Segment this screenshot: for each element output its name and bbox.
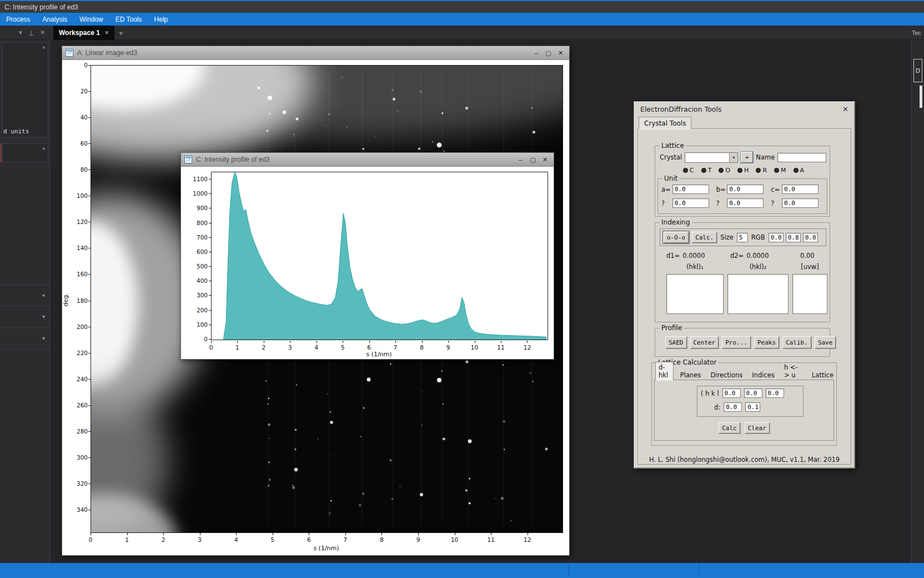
- y-tick-label: 140: [67, 245, 88, 251]
- y-tick-label: 100: [67, 192, 88, 199]
- clear-button[interactable]: Clear: [745, 422, 770, 434]
- close-button[interactable]: ✕: [555, 48, 566, 58]
- right-scrollbar[interactable]: [920, 86, 922, 108]
- radio-m[interactable]: M: [774, 167, 786, 174]
- menu-process[interactable]: Process: [0, 13, 36, 26]
- x-tick-mark: [418, 533, 419, 535]
- radio-icon: [683, 168, 688, 173]
- hkl-inputs: [722, 388, 784, 398]
- radio-r[interactable]: R: [756, 167, 767, 174]
- calc-tab-dhkl[interactable]: d-hkl: [655, 362, 674, 381]
- crystal-select[interactable]: ▾: [685, 152, 738, 163]
- sidebar-collapsed-row[interactable]: ▾: [0, 306, 49, 328]
- y-tick-label: 220: [67, 350, 88, 356]
- y-tick-mark: [209, 223, 211, 223]
- crystal-tools-page: Lattice Crystal ▾ + Name CTOHRMA Unit: [637, 128, 851, 465]
- calc-tab-indices[interactable]: Indices: [749, 370, 777, 380]
- hkl-input-1[interactable]: [744, 388, 762, 398]
- radio-h[interactable]: H: [737, 167, 749, 174]
- unit-field-input[interactable]: [672, 185, 709, 194]
- unit-field-input[interactable]: [782, 198, 818, 208]
- x-tick-label: 7: [387, 344, 404, 351]
- right-panel-tab-tec[interactable]: Tec: [912, 26, 924, 40]
- intensity-chart[interactable]: [211, 172, 548, 340]
- profile-center-button[interactable]: Center: [690, 336, 719, 348]
- d1-label: d1=: [666, 252, 680, 260]
- new-tab-button[interactable]: +: [116, 26, 127, 40]
- hkl-input-2[interactable]: [766, 388, 784, 398]
- minimize-button[interactable]: –: [515, 155, 526, 165]
- unit-field-label: ?: [661, 200, 672, 207]
- radio-a[interactable]: A: [794, 167, 805, 174]
- menu-window[interactable]: Window: [73, 13, 109, 26]
- x-tick-mark: [200, 533, 200, 535]
- right-panel-tab-d[interactable]: D: [913, 59, 922, 82]
- y-tick-mark: [88, 379, 91, 380]
- hkl1-list[interactable]: [666, 274, 724, 314]
- sidebar-panel-top[interactable]: ▴ d units: [2, 42, 48, 138]
- dropdown-icon[interactable]: ▾: [729, 153, 737, 162]
- sidebar-panel-second[interactable]: ▴: [2, 143, 48, 162]
- pin-icon[interactable]: ⊣: [27, 29, 35, 35]
- profile-peaks-button[interactable]: Peaks: [754, 336, 779, 348]
- window-c-titlebar[interactable]: C: Intensity profile of ed3 – ▢ ✕: [181, 153, 554, 167]
- x-tick-mark: [448, 341, 449, 343]
- app-titlebar[interactable]: C: Intensity profile of ed3: [0, 0, 924, 13]
- unit-field-input[interactable]: [727, 198, 764, 208]
- hkl-label: ( h k l: [701, 390, 719, 397]
- sidebar-collapsed-row[interactable]: ▾: [0, 328, 49, 350]
- tab-crystal-tools[interactable]: Crystal Tools: [639, 117, 691, 129]
- menu-help[interactable]: Help: [148, 13, 174, 26]
- profile-saed-button[interactable]: SAED: [665, 336, 687, 348]
- tab-close-icon[interactable]: ×: [105, 29, 109, 37]
- profile-pro-button[interactable]: Pro...: [722, 336, 751, 348]
- unit-field-input[interactable]: [782, 185, 818, 194]
- tab-workspace-1[interactable]: Workspace 1 ×: [53, 26, 114, 40]
- sidebar-collapsed-row[interactable]: ▾: [0, 285, 49, 306]
- rgb-input-2[interactable]: [803, 233, 818, 242]
- calc-button[interactable]: Calc: [719, 422, 740, 434]
- menu-ed-tools[interactable]: ED Tools: [109, 13, 148, 26]
- calc-tab-lattice[interactable]: Lattice: [809, 370, 836, 380]
- hkl2-list[interactable]: [727, 274, 789, 314]
- indexing-calc-button[interactable]: Calc.: [692, 232, 717, 243]
- close-icon[interactable]: ✕: [40, 29, 45, 36]
- caret-up-icon[interactable]: ▴: [42, 44, 45, 49]
- radio-icon: [719, 168, 724, 173]
- calc-tab-directions[interactable]: Directions: [707, 370, 745, 380]
- hkl-input-0[interactable]: [722, 388, 741, 398]
- ed-tools-titlebar[interactable]: ElectronDiffracion Tools ✕: [634, 102, 855, 117]
- window-a-titlebar[interactable]: A: Linear image-ed3 – ▢ ✕: [62, 46, 569, 60]
- y-tick-mark: [88, 405, 91, 406]
- uvw-list[interactable]: [792, 274, 827, 314]
- name-input[interactable]: [777, 153, 826, 162]
- unit-field-input[interactable]: [727, 185, 764, 194]
- caret-down-icon[interactable]: ▾: [19, 29, 22, 36]
- menu-analysis[interactable]: Analysis: [36, 13, 73, 26]
- y-tick-label: 900: [185, 205, 208, 211]
- calc-tab-planes[interactable]: Planes: [677, 370, 704, 380]
- marker-button[interactable]: o-O-o: [664, 232, 689, 243]
- calc-tab-hu[interactable]: h <-> u: [781, 362, 805, 380]
- maximize-button[interactable]: ▢: [528, 155, 538, 165]
- profile-save-button[interactable]: Save: [815, 336, 836, 348]
- x-tick-mark: [369, 341, 370, 343]
- radio-o[interactable]: O: [719, 167, 730, 174]
- radio-label: M: [781, 167, 786, 174]
- minimize-button[interactable]: –: [531, 48, 541, 58]
- caret-up-icon[interactable]: ▴: [42, 145, 45, 151]
- radio-c[interactable]: C: [683, 167, 694, 174]
- x-tick-label: 1: [229, 344, 245, 351]
- maximize-button[interactable]: ▢: [543, 48, 554, 58]
- rgb-input-0[interactable]: [769, 233, 784, 242]
- add-crystal-button[interactable]: +: [741, 152, 753, 163]
- ed-tools-close-icon[interactable]: ✕: [842, 105, 848, 113]
- rgb-input-1[interactable]: [786, 233, 801, 242]
- unit-field-input[interactable]: [672, 198, 709, 208]
- radio-t[interactable]: T: [701, 167, 712, 174]
- close-button[interactable]: ✕: [540, 155, 550, 165]
- profile-calib-button[interactable]: Calib.: [782, 336, 811, 348]
- d-input-1[interactable]: [745, 402, 760, 412]
- size-input[interactable]: [737, 233, 748, 242]
- d-input-0[interactable]: [724, 402, 742, 412]
